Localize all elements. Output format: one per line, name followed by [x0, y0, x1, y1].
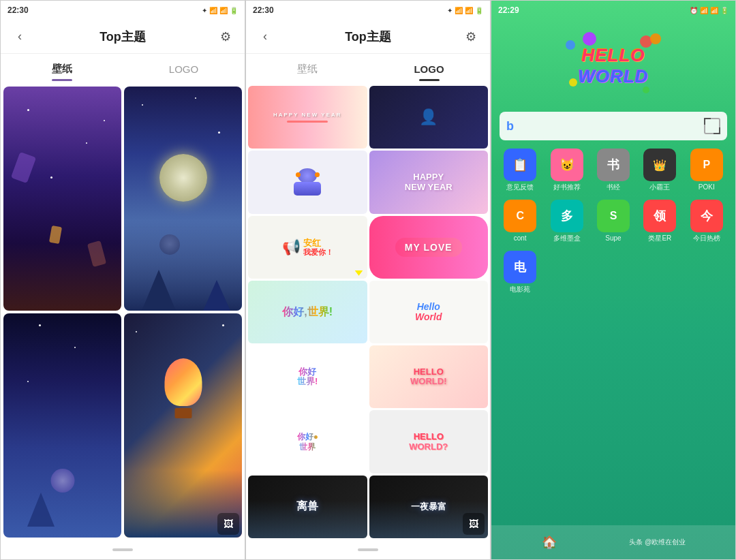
wallpaper-item-1[interactable] — [3, 87, 121, 311]
launcher-logo-area: HELLO WORLD — [500, 25, 727, 104]
logo-item-mylove[interactable]: MY LOVE — [369, 216, 489, 279]
signal-4-icon: 📶 — [465, 7, 473, 14]
feedback-icon: 📋 — [504, 149, 536, 181]
app-poki[interactable]: P POKI — [686, 149, 727, 191]
paint-blob-blue — [566, 40, 575, 50]
app-king[interactable]: 👑 小霸王 — [639, 149, 680, 191]
tab-wallpaper-2[interactable]: 壁纸 — [246, 54, 368, 84]
settings-button-1[interactable]: ⚙ — [216, 27, 235, 46]
battery-3-icon: 🔋 — [720, 7, 729, 14]
logo-item-dark1[interactable]: 👤 — [369, 86, 489, 149]
mountain-2 — [203, 280, 230, 311]
watermark-label: 头条 @欧维在创业 — [629, 538, 686, 547]
stars-decoration-4 — [124, 313, 242, 538]
logo-item-hny1[interactable]: HAPPY NEW YEAR — [248, 86, 367, 149]
supe-icon: S — [597, 200, 630, 232]
leier-icon: 领 — [643, 200, 676, 232]
logo-item-alien[interactable] — [248, 151, 367, 213]
feedback-label: 意见反馈 — [506, 183, 534, 191]
panel-3-launcher: 22:29 ⏰ 📶 📶 🔋 HELLO WORLD — [491, 0, 736, 560]
settings-button-2[interactable]: ⚙ — [461, 27, 480, 46]
signal-3-icon: 📶 — [455, 7, 463, 14]
back-button-1[interactable]: ‹ — [10, 27, 29, 46]
logo-item-nihao2[interactable]: 你好 世界! — [248, 345, 367, 408]
signal-2-icon: 📶 — [219, 7, 228, 14]
launcher-bottom-nav: 🏠 头条 @欧维在创业 — [491, 525, 735, 559]
king-label: 小霸王 — [649, 183, 670, 191]
logo-item-megaphone[interactable]: 📢 安红 我爱你！ — [248, 216, 367, 279]
launcher-logo-inner: HELLO WORLD — [562, 32, 664, 100]
back-button-2[interactable]: ‹ — [256, 27, 275, 46]
hello-world-logo-text: HELLO WORLD — [578, 45, 648, 87]
app-feedback[interactable]: 📋 意见反馈 — [500, 149, 540, 191]
supe-label: Supe — [605, 234, 621, 243]
home-icon: 🏠 — [541, 534, 557, 550]
world-text: WORLD — [578, 66, 648, 87]
hello-text: HELLO — [578, 45, 648, 66]
cont-icon: C — [504, 200, 536, 232]
home-nav-item[interactable]: 🏠 — [541, 534, 557, 550]
tab-logo-2[interactable]: LOGO — [368, 54, 490, 84]
nihao3-text: 你好● 世界 — [297, 432, 318, 452]
hny2-text: HAPPYNEW YEAR — [405, 172, 453, 193]
tab-bar-2: 壁纸 LOGO — [246, 54, 490, 84]
logo-item-black1[interactable]: 离兽 — [248, 476, 367, 538]
search-bar[interactable]: b — [500, 112, 727, 140]
float-gallery-icon-1[interactable]: 🖼 — [217, 513, 239, 535]
hny1-text: HAPPY NEW YEAR — [273, 112, 342, 118]
logo-item-hello2[interactable]: HELLO WORLD! — [369, 345, 489, 408]
logo-item-nihao1[interactable]: 你好,世界! — [248, 281, 367, 343]
megaphone-icon: 📢 — [282, 238, 301, 256]
status-bar-3: 22:29 ⏰ 📶 📶 🔋 — [491, 1, 735, 20]
megaphone-wrap: 📢 安红 我爱你！ — [282, 238, 333, 256]
wallpaper-item-3[interactable] — [3, 313, 121, 538]
logo-item-hello1[interactable]: Hello World — [369, 281, 489, 343]
megaphone-text: 安红 我爱你！ — [303, 238, 333, 256]
app-movie[interactable]: 电 电影苑 — [500, 251, 540, 294]
app-supe[interactable]: S Supe — [593, 200, 634, 243]
poki-label: POKI — [699, 183, 715, 191]
time-3: 22:29 — [498, 5, 519, 15]
nav-title-2: Top主题 — [345, 29, 391, 45]
app-today[interactable]: 今 今日热榜 — [686, 200, 727, 243]
logo-item-nihao3[interactable]: 你好● 世界 — [248, 410, 367, 473]
app-library[interactable]: 书 书经 — [593, 149, 634, 191]
top-nav-2: ‹ Top主题 ⚙ — [246, 20, 490, 54]
nihao2-text: 你好 世界! — [297, 367, 318, 387]
nihao1-text: 你好,世界! — [282, 306, 333, 318]
signal-6-icon: 📶 — [710, 7, 718, 14]
planet-large — [50, 469, 74, 493]
battery-2-icon: 🔋 — [475, 7, 483, 14]
signal-5-icon: 📶 — [700, 7, 708, 14]
top-nav-1: ‹ Top主题 ⚙ — [1, 20, 245, 54]
scroll-dot-2 — [358, 548, 378, 551]
duowei-icon: 多 — [551, 200, 583, 232]
wallpaper-item-4[interactable] — [124, 313, 242, 538]
time-2: 22:30 — [253, 5, 274, 15]
app-leier[interactable]: 领 类星ER — [639, 200, 680, 243]
bottom-scroll-1 — [1, 540, 245, 559]
logo-item-hello3[interactable]: HELLO WORLD? — [369, 410, 489, 473]
app-cont[interactable]: C cont — [500, 200, 540, 243]
poki-icon: P — [690, 149, 723, 181]
tab-wallpaper-1[interactable]: 壁纸 — [1, 54, 123, 84]
hello3-text: HELLO WORLD? — [409, 432, 448, 452]
hello2-text: HELLO WORLD! — [410, 367, 446, 387]
app-duowei[interactable]: 多 多维墨盒 — [546, 200, 587, 243]
panel-2-logo: 22:30 ✦ 📶 📶 🔋 ‹ Top主题 ⚙ 壁纸 LOGO HAPPY NE… — [245, 0, 491, 560]
alien-eye-right — [315, 172, 320, 177]
launcher-content: HELLO WORLD b 📋 意见反馈 😺 好书推荐 — [491, 20, 735, 525]
bluetooth-icon: ✦ — [202, 7, 207, 14]
status-bar-2: 22:30 ✦ 📶 📶 🔋 — [246, 1, 490, 20]
float-gallery-icon-2[interactable]: 🖼 — [463, 513, 485, 535]
wallpaper-item-2[interactable] — [124, 87, 242, 311]
logo-item-hny2[interactable]: HAPPYNEW YEAR — [369, 151, 489, 213]
wallpaper-grid — [1, 84, 245, 540]
app-books[interactable]: 😺 好书推荐 — [546, 149, 587, 191]
lightning-icon — [355, 270, 363, 276]
wallpaper-content: 🖼 — [1, 84, 245, 540]
tab-logo-1[interactable]: LOGO — [123, 54, 245, 84]
scan-icon[interactable] — [704, 118, 720, 134]
movie-icon: 电 — [504, 251, 536, 283]
duowei-label: 多维墨盒 — [553, 234, 581, 243]
